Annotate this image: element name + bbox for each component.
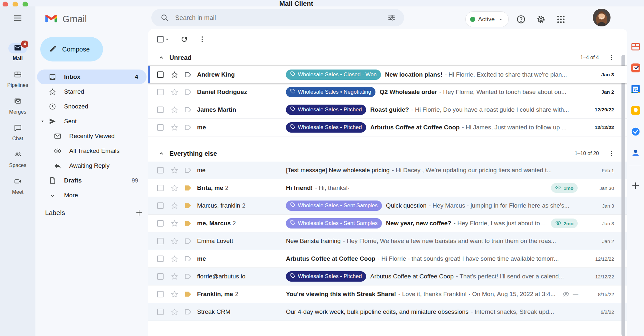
sidebar-item-starred[interactable]: Starred	[37, 84, 147, 99]
star-icon[interactable]	[171, 106, 178, 114]
select-all-checkbox[interactable]	[157, 36, 164, 42]
row-checkbox[interactable]	[157, 202, 164, 209]
email-row[interactable]: me Wholesale Sales • Pitched Arbutus Cof…	[148, 119, 627, 136]
chat-status-selector[interactable]: Active	[465, 11, 509, 27]
pipeline-stage-label[interactable]: Wholesale Sales • Negotiating	[286, 87, 375, 97]
streak-box-icon[interactable]	[184, 308, 192, 316]
keep-icon[interactable]	[630, 105, 641, 116]
sidebar-item-more[interactable]: More	[37, 188, 147, 203]
streak-box-icon[interactable]	[184, 184, 192, 192]
star-icon[interactable]	[171, 124, 178, 131]
email-row[interactable]: me, Marcus2 Wholesale Sales • Sent Sampl…	[148, 215, 627, 232]
email-row[interactable]: florrie@arbutus.io Wholesale Sales • Pit…	[148, 268, 627, 285]
email-row[interactable]: Andrew King Wholesale Sales • Closed - W…	[148, 66, 627, 83]
streak-box-icon[interactable]	[184, 124, 192, 131]
pipeline-stage-label[interactable]: Wholesale Sales • Sent Samples	[286, 201, 382, 211]
sidebar-item-snoozed[interactable]: Snoozed	[37, 99, 147, 114]
star-icon[interactable]	[171, 255, 178, 263]
email-row[interactable]: Streak CRM Our 4-day work week, bulk pip…	[148, 303, 627, 321]
row-checkbox[interactable]	[157, 71, 164, 78]
email-row[interactable]: Franklin, me2 You're viewing this with S…	[148, 285, 627, 303]
email-row[interactable]: James Martin Wholesale Sales • Pitched R…	[148, 101, 627, 119]
refresh-icon[interactable]	[180, 35, 188, 43]
star-icon[interactable]	[171, 71, 178, 79]
rail-item-merges[interactable]: Merges	[0, 97, 35, 115]
email-row[interactable]: me [Test message] New wholesale pricing …	[148, 162, 627, 179]
get-addons-plus-icon[interactable]	[631, 181, 640, 191]
streak-mail-icon[interactable]	[630, 62, 641, 73]
row-checkbox[interactable]	[157, 309, 164, 315]
pipeline-stage-label[interactable]: Wholesale Sales • Sent Samples	[286, 218, 382, 229]
sidebar-item-inbox[interactable]: Inbox4	[37, 70, 147, 84]
select-caret-icon[interactable]	[164, 36, 170, 42]
collapse-section-icon[interactable]	[158, 150, 165, 157]
section-more-icon[interactable]	[608, 150, 615, 157]
sidebar-item-sent[interactable]: Sent	[37, 114, 147, 129]
star-icon[interactable]	[171, 202, 178, 210]
email-row[interactable]: me Arbutus Coffee at Coffee Coop - Hi Fl…	[148, 250, 627, 268]
row-checkbox[interactable]	[157, 238, 164, 244]
streak-pipelines-icon[interactable]	[630, 41, 641, 52]
email-row[interactable]: Brita, me2 Hi friend! - Hi, thanks!· 1mo…	[148, 179, 627, 197]
section-more-icon[interactable]	[608, 54, 615, 61]
streak-box-icon[interactable]	[184, 71, 192, 79]
streak-box-icon[interactable]	[184, 88, 192, 96]
star-icon[interactable]	[171, 219, 178, 227]
email-row[interactable]: Emma Lovett New Barista training - Hey F…	[148, 232, 627, 250]
row-checkbox[interactable]	[157, 107, 164, 113]
email-row[interactable]: Marcus, franklin2 Wholesale Sales • Sent…	[148, 197, 627, 215]
row-checkbox[interactable]	[157, 89, 164, 95]
streak-box-icon[interactable]	[184, 106, 192, 114]
create-label-plus-icon[interactable]	[135, 209, 143, 217]
pipeline-stage-label[interactable]: Wholesale Sales • Pitched	[286, 122, 366, 133]
settings-gear-icon[interactable]	[534, 12, 548, 26]
star-icon[interactable]	[171, 184, 178, 192]
search-icon[interactable]	[160, 14, 169, 22]
calendar-icon[interactable]: 31	[630, 84, 641, 95]
more-options-icon[interactable]	[198, 35, 206, 43]
star-icon[interactable]	[171, 290, 178, 298]
row-checkbox[interactable]	[157, 167, 164, 173]
streak-box-icon[interactable]	[184, 273, 192, 280]
streak-box-icon[interactable]	[184, 166, 192, 174]
contacts-icon[interactable]	[630, 147, 641, 158]
tasks-icon[interactable]	[630, 126, 641, 137]
pipeline-stage-label[interactable]: Wholesale Sales • Pitched	[286, 271, 366, 282]
sidebar-item-drafts[interactable]: Drafts99	[37, 173, 147, 188]
row-checkbox[interactable]	[157, 124, 164, 131]
row-checkbox[interactable]	[157, 273, 164, 280]
rail-item-pipelines[interactable]: Pipelines	[0, 70, 35, 88]
row-checkbox[interactable]	[157, 220, 164, 227]
collapse-section-icon[interactable]	[158, 54, 165, 61]
expander-icon[interactable]	[40, 118, 45, 124]
pipeline-stage-label[interactable]: Wholesale Sales • Pitched	[286, 105, 366, 115]
main-menu-icon[interactable]	[11, 11, 25, 25]
rail-item-spaces[interactable]: Spaces	[0, 150, 35, 168]
pipeline-stage-label[interactable]: Wholesale Sales • Closed - Won	[286, 70, 381, 80]
rail-item-chat[interactable]: Chat	[0, 123, 35, 142]
star-icon[interactable]	[171, 237, 178, 245]
sidebar-item-awaiting-reply[interactable]: Awaiting Reply	[37, 158, 147, 173]
row-checkbox[interactable]	[157, 291, 164, 297]
list-scrollbar[interactable]	[621, 55, 625, 336]
row-checkbox[interactable]	[157, 185, 164, 191]
star-icon[interactable]	[171, 273, 178, 280]
star-icon[interactable]	[171, 166, 178, 174]
search-input[interactable]	[175, 14, 387, 22]
row-checkbox[interactable]	[157, 256, 164, 262]
star-icon[interactable]	[171, 88, 178, 96]
sidebar-item-recently-viewed[interactable]: Recently Viewed	[37, 129, 147, 144]
help-icon[interactable]	[514, 12, 528, 26]
streak-box-icon[interactable]	[184, 202, 192, 210]
sidebar-item-all-tracked-emails[interactable]: All Tracked Emails	[37, 144, 147, 158]
search-filter-icon[interactable]	[387, 14, 396, 22]
compose-button[interactable]: Compose	[40, 37, 103, 61]
star-icon[interactable]	[171, 308, 178, 316]
streak-box-icon[interactable]	[184, 290, 192, 298]
apps-grid-icon[interactable]	[554, 12, 568, 26]
rail-item-mail[interactable]: 4Mail	[0, 43, 35, 61]
streak-box-icon[interactable]	[184, 219, 192, 227]
search-bar[interactable]	[151, 9, 404, 26]
streak-box-icon[interactable]	[184, 255, 192, 263]
streak-box-icon[interactable]	[184, 237, 192, 245]
